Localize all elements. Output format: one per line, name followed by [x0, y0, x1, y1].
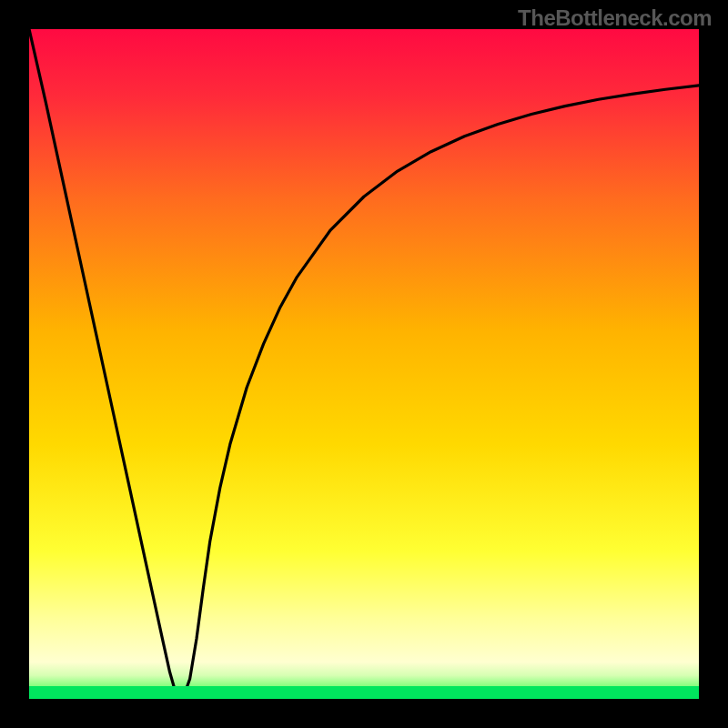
bottom-green-band — [29, 686, 699, 699]
plot-area — [29, 29, 699, 699]
chart-svg — [29, 29, 699, 699]
chart-frame: TheBottleneck.com — [0, 0, 728, 728]
gradient-background — [29, 29, 699, 699]
watermark-text: TheBottleneck.com — [518, 5, 712, 31]
